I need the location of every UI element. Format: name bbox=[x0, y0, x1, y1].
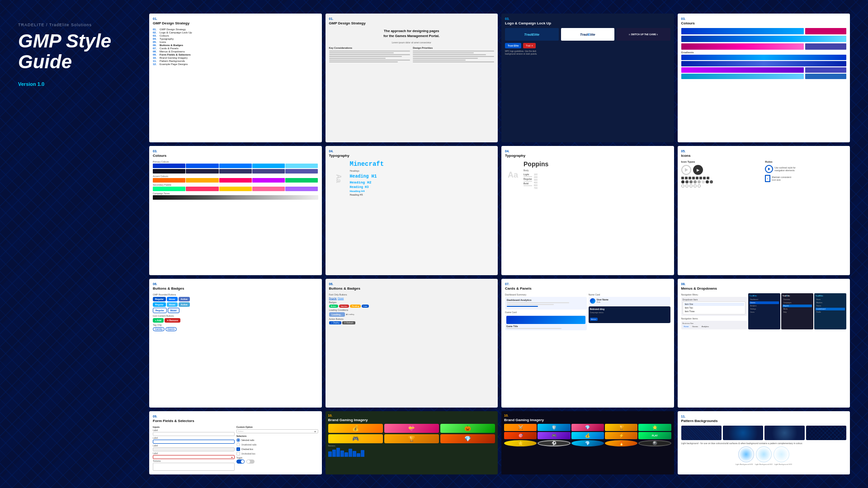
logo-white-1: TradElite bbox=[561, 28, 615, 41]
slide-15-title: Brand Gaming Imagery bbox=[504, 418, 671, 422]
slide-10-title: Buttons & Badges bbox=[329, 286, 495, 291]
slide-09-number: 06. bbox=[153, 282, 318, 286]
action-btn-2[interactable]: ⟳ Refresh bbox=[342, 321, 355, 324]
slide-06-number: 04. bbox=[329, 150, 495, 153]
logo-btn-2: Trad✕ bbox=[523, 43, 536, 48]
icon-types-label: Icon Types bbox=[681, 160, 763, 163]
btn-primary-3[interactable]: Active bbox=[179, 297, 190, 301]
slide-09-title: Buttons & Badges bbox=[153, 286, 318, 291]
btn-secondary-2[interactable]: Hover bbox=[167, 302, 178, 307]
slide-colours-1[interactable]: 03. Colours Gradients bbox=[678, 14, 850, 142]
logo-dark-1: TradElite bbox=[505, 28, 559, 41]
buttons-content-2: Font Only Buttons Regular Hover Badges A… bbox=[329, 293, 495, 324]
slide-11-number: 07. bbox=[505, 282, 670, 286]
slide-patterns[interactable]: 11. Pattern Backgrounds Li bbox=[678, 411, 850, 474]
gaming-top-icons: 💰 💝 🎃 🎮 🏆 💎 bbox=[328, 424, 495, 443]
icons-content: Icon Types ▶ bbox=[681, 160, 847, 188]
slide-04-title: Colours bbox=[681, 21, 847, 25]
pattern-labels: Light Background #01 Light Background #0… bbox=[681, 463, 847, 465]
slide-14-number: 10. bbox=[328, 414, 495, 417]
main-title: GMP Style Guide bbox=[18, 31, 149, 72]
menus-content: Navigation Menu Dropdown Item Item One I… bbox=[681, 293, 847, 329]
slide-06-title: Typography bbox=[329, 154, 495, 158]
colours-content: Gradients bbox=[681, 28, 847, 79]
slide-16-number: 11. bbox=[681, 415, 847, 418]
slide-05-number: 03. bbox=[153, 150, 318, 153]
slide-01-number: 01. bbox=[153, 17, 318, 20]
pattern-description: Light background - for use on blue colou… bbox=[681, 442, 847, 445]
forms-content: Inputs Label Label Label Label ● Textare… bbox=[153, 426, 318, 471]
slide-07-number: 04. bbox=[505, 150, 670, 153]
btn-secondary-3[interactable]: Active bbox=[179, 302, 190, 307]
btn-green-1[interactable]: + Add bbox=[153, 318, 164, 323]
slide-13-number: 09. bbox=[153, 415, 318, 418]
pattern-boxes bbox=[681, 426, 847, 440]
link-btn-2[interactable]: Hover bbox=[338, 297, 344, 300]
slide-typo-2[interactable]: 04. Typography Aa Poppins Body Light bbox=[501, 146, 674, 275]
icon-rules-label: Rules bbox=[765, 160, 846, 163]
strategy-intro: Lorem ipsum dolor sit amet consectetur bbox=[329, 41, 495, 44]
bar-chart bbox=[328, 448, 495, 457]
version-label: Version 1.0 bbox=[18, 81, 149, 87]
strategy-cols: Key Considerations Design Prioritie bbox=[329, 47, 495, 63]
link-btn-1[interactable]: Regular bbox=[329, 297, 337, 300]
slide-05-title: Colours bbox=[153, 154, 318, 158]
slide-08-number: 05. bbox=[681, 150, 847, 153]
slide-07-title: Typography bbox=[505, 154, 670, 158]
slides-grid: 01. GMP Design Strategy 01.GMP Design St… bbox=[149, 14, 850, 474]
btn-loading: Loading... bbox=[329, 312, 345, 317]
slide-15-number: 10. bbox=[504, 414, 671, 417]
slide-typo-1[interactable]: 04. Typography Aa Minecraft Headings Hea… bbox=[326, 146, 498, 275]
title-panel: TRADELITE / TradElite Solutions GMP Styl… bbox=[18, 14, 149, 474]
btn-primary-2[interactable]: Hover bbox=[167, 297, 178, 301]
main-container: TRADELITE / TradElite Solutions GMP Styl… bbox=[0, 0, 868, 488]
slide-toc[interactable]: 01. GMP Design Strategy 01.GMP Design St… bbox=[149, 14, 322, 142]
btn-primary-1[interactable]: Regular bbox=[153, 297, 166, 301]
btn-outline-1[interactable]: Regular bbox=[153, 308, 167, 313]
gaming-icons-grid: ⚔️ 🛡️ 💎 🏆 ⭐ 🎯 🎮 💰 ⚡ PLAY bbox=[504, 424, 671, 439]
badge-live: Live bbox=[362, 305, 369, 308]
slide-16-title: Pattern Backgrounds bbox=[681, 419, 847, 423]
slide-12-title: Menus & Dropdowns bbox=[681, 286, 847, 291]
slide-menus[interactable]: 08. Menus & Dropdowns Navigation Menu Dr… bbox=[678, 279, 850, 408]
tag-chip-1[interactable]: Gaming bbox=[153, 327, 165, 331]
logo-btn-1: Trust Elite bbox=[505, 43, 521, 48]
slide-02-number: 01. bbox=[329, 17, 495, 20]
brand-label: TRADELITE / TradElite Solutions bbox=[18, 23, 149, 27]
col2-header: Design Priorities bbox=[413, 47, 494, 49]
slide-14-title: Brand Gaming Imagery bbox=[328, 418, 495, 422]
slide-03-number: 03. bbox=[505, 17, 670, 20]
play-circle-icon bbox=[681, 165, 691, 175]
toc-list: 01.GMP Design Strategy 02.Logo & Campaig… bbox=[153, 28, 318, 66]
gaming-icons-row2: ⭐ ⚽ 💎 🔥 🎱 bbox=[504, 440, 671, 446]
slide-buttons-1[interactable]: 06. Buttons & Badges GMP Rounded Buttons… bbox=[149, 279, 322, 408]
btn-outline-2[interactable]: Hover bbox=[168, 308, 179, 313]
slide-logo[interactable]: 03. Logo & Campaign Lock Up TradElite Tr… bbox=[501, 14, 674, 142]
btn-red-1[interactable]: ✕ Remove bbox=[165, 318, 180, 323]
slide-12-number: 08. bbox=[681, 282, 847, 286]
tag-chip-2[interactable]: Esports bbox=[165, 327, 177, 331]
full-palette: Primary Colours bbox=[153, 160, 318, 200]
slide-colours-2[interactable]: 03. Colours Primary Colours bbox=[149, 146, 322, 275]
minecraft-subtitle: Headings bbox=[350, 169, 495, 172]
h5: Heading H5 bbox=[350, 193, 495, 197]
play-solid-icon: ▶ bbox=[693, 165, 703, 175]
slide-icons[interactable]: 05. Icons Icon Types ▶ bbox=[678, 146, 850, 275]
col1-header: Key Considerations bbox=[329, 47, 410, 49]
typo-content-1: Aa Minecraft Headings Heading H1 Heading… bbox=[329, 160, 495, 197]
logo-description: MPC logo guidelines. Use the darkbackgro… bbox=[505, 50, 670, 56]
buttons-content-1: GMP Rounded Buttons Regular Hover Active… bbox=[153, 293, 318, 331]
slide-11-title: Cards & Panels bbox=[505, 286, 670, 291]
slide-buttons-2[interactable]: 06. Buttons & Badges Font Only Buttons R… bbox=[326, 279, 498, 408]
slide-03-title: Logo & Campaign Lock Up bbox=[505, 21, 670, 25]
rule-icon-1 bbox=[765, 165, 773, 173]
h1: Heading H1 bbox=[350, 174, 495, 180]
btn-secondary-1[interactable]: Regular bbox=[153, 302, 166, 307]
slide-cards[interactable]: 07. Cards & Panels Dashboard Summary Das… bbox=[501, 279, 674, 408]
action-btn-1[interactable]: ✓ Deploy bbox=[329, 321, 341, 324]
slide-forms[interactable]: 09. Form Fields & Selectors Inputs Label… bbox=[149, 411, 322, 474]
slide-gaming-right[interactable]: 10. Brand Gaming Imagery ⚔️ 🛡️ 💎 🏆 ⭐ 🎯 🎮… bbox=[501, 411, 674, 474]
slide-strategy[interactable]: 01. GMP Design Strategy The approach for… bbox=[326, 14, 498, 142]
slide-gaming-left[interactable]: 10. Brand Gaming Imagery 💰 💝 🎃 🎮 🏆 💎 Sta… bbox=[326, 411, 498, 474]
h4: Heading H4 bbox=[350, 189, 495, 193]
